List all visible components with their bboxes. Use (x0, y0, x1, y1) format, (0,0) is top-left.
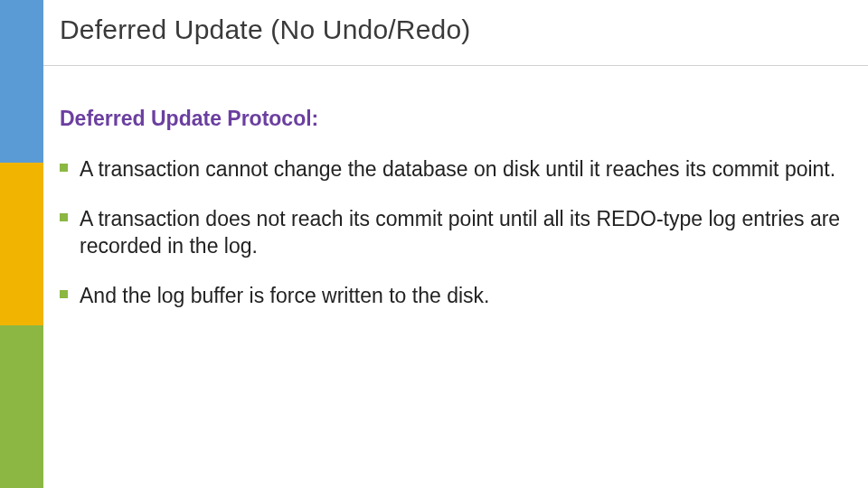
accent-segment-green (0, 325, 43, 488)
accent-segment-yellow (0, 163, 43, 325)
bullet-text: A transaction does not reach its commit … (80, 207, 840, 257)
bullet-list: A transaction cannot change the database… (60, 156, 846, 310)
square-bullet-icon (60, 290, 68, 298)
bullet-item: A transaction cannot change the database… (60, 156, 846, 183)
square-bullet-icon (60, 164, 68, 172)
bullet-text: And the log buffer is force written to t… (80, 284, 489, 307)
bullet-item: And the log buffer is force written to t… (60, 283, 846, 309)
slide-subtitle: Deferred Update Protocol: (60, 107, 846, 131)
accent-segment-blue (0, 0, 43, 163)
bullet-item: A transaction does not reach its commit … (60, 206, 846, 259)
slide-content: Deferred Update (No Undo/Redo) Deferred … (60, 14, 846, 333)
square-bullet-icon (60, 213, 68, 221)
slide-title: Deferred Update (No Undo/Redo) (60, 14, 846, 45)
bullet-text: A transaction cannot change the database… (80, 157, 835, 181)
sidebar-accent (0, 0, 43, 488)
